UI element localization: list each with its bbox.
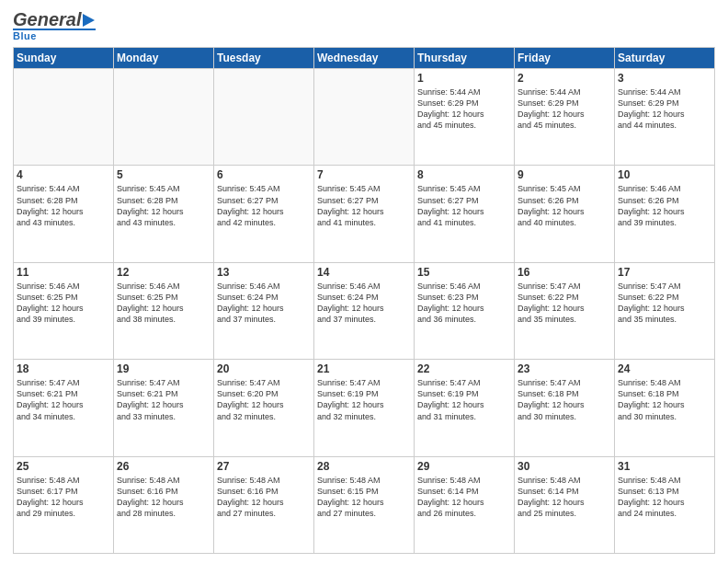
day-cell-29: 29Sunrise: 5:48 AM Sunset: 6:14 PM Dayli… [415,456,515,553]
day-cell-8: 8Sunrise: 5:45 AM Sunset: 6:27 PM Daylig… [415,166,515,262]
day-info: Sunrise: 5:44 AM Sunset: 6:29 PM Dayligh… [518,86,611,132]
day-number: 21 [317,362,411,375]
weekday-tuesday: Tuesday [214,48,314,69]
day-number: 10 [618,168,711,181]
day-cell-1: 1Sunrise: 5:44 AM Sunset: 6:29 PM Daylig… [415,69,515,166]
day-number: 25 [17,460,110,473]
day-info: Sunrise: 5:48 AM Sunset: 6:17 PM Dayligh… [17,475,110,520]
day-info: Sunrise: 5:47 AM Sunset: 6:19 PM Dayligh… [317,377,411,422]
day-info: Sunrise: 5:48 AM Sunset: 6:18 PM Dayligh… [618,377,711,422]
day-info: Sunrise: 5:48 AM Sunset: 6:15 PM Dayligh… [317,475,411,520]
day-cell-16: 16Sunrise: 5:47 AM Sunset: 6:22 PM Dayli… [515,262,615,359]
day-info: Sunrise: 5:45 AM Sunset: 6:27 PM Dayligh… [317,183,411,228]
day-info: Sunrise: 5:45 AM Sunset: 6:27 PM Dayligh… [217,183,311,228]
day-info: Sunrise: 5:46 AM Sunset: 6:26 PM Dayligh… [618,183,711,228]
day-info: Sunrise: 5:47 AM Sunset: 6:22 PM Dayligh… [518,281,611,326]
day-info: Sunrise: 5:44 AM Sunset: 6:29 PM Dayligh… [417,86,511,132]
day-number: 3 [618,72,711,85]
day-number: 12 [117,266,210,279]
day-info: Sunrise: 5:45 AM Sunset: 6:27 PM Dayligh… [417,183,511,228]
day-cell-13: 13Sunrise: 5:46 AM Sunset: 6:24 PM Dayli… [214,262,314,359]
day-number: 31 [618,460,711,473]
day-number: 24 [618,362,711,375]
logo-general-text: General [13,9,82,30]
day-info: Sunrise: 5:44 AM Sunset: 6:29 PM Dayligh… [618,86,711,132]
day-number: 28 [317,460,411,473]
day-number: 19 [117,362,210,375]
day-cell-27: 27Sunrise: 5:48 AM Sunset: 6:16 PM Dayli… [214,456,314,553]
logo-wing-icon [83,14,95,27]
empty-cell [214,69,314,166]
weekday-saturday: Saturday [615,48,715,69]
day-cell-7: 7Sunrise: 5:45 AM Sunset: 6:27 PM Daylig… [314,166,415,262]
day-cell-11: 11Sunrise: 5:46 AM Sunset: 6:25 PM Dayli… [14,262,114,359]
day-info: Sunrise: 5:47 AM Sunset: 6:20 PM Dayligh… [217,377,311,422]
day-cell-28: 28Sunrise: 5:48 AM Sunset: 6:15 PM Dayli… [314,456,415,553]
weekday-header-row: SundayMondayTuesdayWednesdayThursdayFrid… [14,48,715,69]
day-cell-19: 19Sunrise: 5:47 AM Sunset: 6:21 PM Dayli… [114,360,214,456]
day-cell-12: 12Sunrise: 5:46 AM Sunset: 6:25 PM Dayli… [114,262,214,359]
day-number: 15 [417,266,511,279]
empty-cell [114,69,214,166]
day-cell-23: 23Sunrise: 5:47 AM Sunset: 6:18 PM Dayli… [515,360,615,456]
day-cell-14: 14Sunrise: 5:46 AM Sunset: 6:24 PM Dayli… [314,262,415,359]
day-number: 22 [417,362,511,375]
day-cell-15: 15Sunrise: 5:46 AM Sunset: 6:23 PM Dayli… [415,262,515,359]
day-number: 11 [17,266,110,279]
weekday-friday: Friday [515,48,615,69]
day-info: Sunrise: 5:46 AM Sunset: 6:25 PM Dayligh… [117,281,210,326]
weekday-sunday: Sunday [14,48,114,69]
day-info: Sunrise: 5:45 AM Sunset: 6:26 PM Dayligh… [518,183,611,228]
day-info: Sunrise: 5:47 AM Sunset: 6:18 PM Dayligh… [518,377,611,422]
day-number: 1 [417,72,511,85]
week-row-3: 18Sunrise: 5:47 AM Sunset: 6:21 PM Dayli… [14,360,715,456]
day-info: Sunrise: 5:46 AM Sunset: 6:24 PM Dayligh… [317,281,411,326]
day-info: Sunrise: 5:46 AM Sunset: 6:24 PM Dayligh… [217,281,311,326]
day-number: 2 [518,72,611,85]
day-cell-9: 9Sunrise: 5:45 AM Sunset: 6:26 PM Daylig… [515,166,615,262]
week-row-2: 11Sunrise: 5:46 AM Sunset: 6:25 PM Dayli… [14,262,715,359]
day-number: 8 [417,168,511,181]
empty-cell [14,69,114,166]
day-info: Sunrise: 5:44 AM Sunset: 6:28 PM Dayligh… [17,183,110,228]
day-number: 5 [117,168,210,181]
day-cell-26: 26Sunrise: 5:48 AM Sunset: 6:16 PM Dayli… [114,456,214,553]
day-number: 30 [518,460,611,473]
day-number: 7 [317,168,411,181]
day-cell-31: 31Sunrise: 5:48 AM Sunset: 6:13 PM Dayli… [615,456,715,553]
day-cell-22: 22Sunrise: 5:47 AM Sunset: 6:19 PM Dayli… [415,360,515,456]
day-cell-2: 2Sunrise: 5:44 AM Sunset: 6:29 PM Daylig… [515,69,615,166]
day-cell-10: 10Sunrise: 5:46 AM Sunset: 6:26 PM Dayli… [615,166,715,262]
day-number: 23 [518,362,611,375]
day-info: Sunrise: 5:46 AM Sunset: 6:25 PM Dayligh… [17,281,110,326]
day-cell-17: 17Sunrise: 5:47 AM Sunset: 6:22 PM Dayli… [615,262,715,359]
logo-blue-label: Blue [13,30,37,41]
day-number: 13 [217,266,311,279]
day-cell-6: 6Sunrise: 5:45 AM Sunset: 6:27 PM Daylig… [214,166,314,262]
day-cell-4: 4Sunrise: 5:44 AM Sunset: 6:28 PM Daylig… [14,166,114,262]
day-number: 27 [217,460,311,473]
day-info: Sunrise: 5:47 AM Sunset: 6:19 PM Dayligh… [417,377,511,422]
day-info: Sunrise: 5:47 AM Sunset: 6:21 PM Dayligh… [117,377,210,422]
day-cell-3: 3Sunrise: 5:44 AM Sunset: 6:29 PM Daylig… [615,69,715,166]
day-info: Sunrise: 5:47 AM Sunset: 6:22 PM Dayligh… [618,281,711,326]
day-number: 20 [217,362,311,375]
day-info: Sunrise: 5:48 AM Sunset: 6:16 PM Dayligh… [117,475,210,520]
day-info: Sunrise: 5:46 AM Sunset: 6:23 PM Dayligh… [417,281,511,326]
header: General Blue [13,9,715,41]
day-number: 26 [117,460,210,473]
day-info: Sunrise: 5:47 AM Sunset: 6:21 PM Dayligh… [17,377,110,422]
calendar-table: SundayMondayTuesdayWednesdayThursdayFrid… [13,47,715,554]
week-row-0: 1Sunrise: 5:44 AM Sunset: 6:29 PM Daylig… [14,69,715,166]
day-info: Sunrise: 5:48 AM Sunset: 6:13 PM Dayligh… [618,475,711,520]
day-number: 6 [217,168,311,181]
day-cell-24: 24Sunrise: 5:48 AM Sunset: 6:18 PM Dayli… [615,360,715,456]
weekday-monday: Monday [114,48,214,69]
logo: General Blue [13,9,96,41]
day-info: Sunrise: 5:48 AM Sunset: 6:16 PM Dayligh… [217,475,311,520]
weekday-thursday: Thursday [415,48,515,69]
day-number: 9 [518,168,611,181]
weekday-wednesday: Wednesday [314,48,415,69]
day-cell-18: 18Sunrise: 5:47 AM Sunset: 6:21 PM Dayli… [14,360,114,456]
day-info: Sunrise: 5:48 AM Sunset: 6:14 PM Dayligh… [417,475,511,520]
